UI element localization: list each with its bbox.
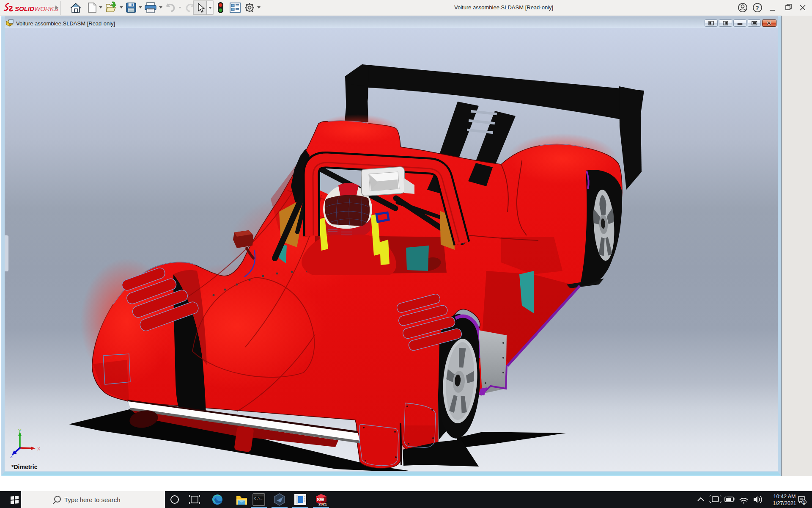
svg-text:WORKS: WORKS <box>34 5 58 12</box>
svg-text:SW: SW <box>317 497 324 502</box>
svg-text:1/27/2021: 1/27/2021 <box>773 500 796 506</box>
svg-text:Type here to search: Type here to search <box>64 496 121 503</box>
svg-text:C:\_: C:\_ <box>254 497 262 500</box>
svg-text:X: X <box>37 446 41 451</box>
svg-text:2021: 2021 <box>318 502 327 506</box>
svg-text:Y: Y <box>18 428 22 433</box>
svg-text:Z: Z <box>10 454 13 459</box>
svg-text:*Dimetric: *Dimetric <box>11 464 38 470</box>
svg-text:SOLID: SOLID <box>15 5 34 12</box>
svg-text:1: 1 <box>803 500 805 505</box>
svg-text:10:42 AM: 10:42 AM <box>774 494 796 500</box>
svg-text:?: ? <box>755 5 759 11</box>
